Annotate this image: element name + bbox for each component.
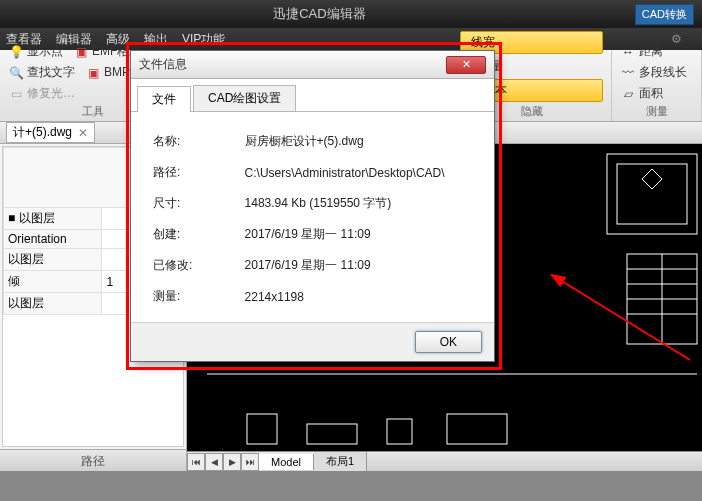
emf-icon: ▣ [73,44,89,60]
tab-last-icon[interactable]: ⏭ [241,453,259,471]
document-name: 计+(5).dwg [13,124,72,141]
tab-next-icon[interactable]: ▶ [223,453,241,471]
bmp-icon: ▣ [85,65,101,81]
row-measure: 测量:2214x1198 [149,281,476,312]
svg-rect-10 [307,424,357,444]
dialog-close-button[interactable]: ✕ [446,56,486,74]
area-icon: ▱ [620,86,636,102]
ok-button[interactable]: OK [415,331,482,353]
statusbar [0,471,702,501]
find-text-button[interactable]: 🔍查找文字 [8,64,75,81]
distance-button[interactable]: ↔距离 [620,43,663,60]
document-tab[interactable]: 计+(5).dwg ✕ [6,122,95,143]
file-info-dialog: 文件信息 ✕ 文件 CAD绘图设置 名称:厨房橱柜设计+(5).dwg 路径:C… [130,50,495,362]
bulb-icon: 💡 [8,44,24,60]
polyline-button[interactable]: 〰多段线长 [620,64,687,81]
tab-prev-icon[interactable]: ◀ [205,453,223,471]
close-icon[interactable]: ✕ [78,126,88,140]
polyline-icon: 〰 [620,65,636,81]
svg-rect-0 [607,154,697,234]
svg-rect-12 [447,414,507,444]
distance-icon: ↔ [620,44,636,60]
canvas-tabs: ⏮ ◀ ▶ ⏭ Model 布局1 [187,451,702,471]
tab-file[interactable]: 文件 [137,86,191,112]
group-measure-label: 测量 [620,104,693,119]
titlebar: 迅捷CAD编辑器 CAD转换 [0,0,702,28]
row-size: 尺寸:1483.94 Kb (1519550 字节) [149,188,476,219]
row-created: 创建:2017/6/19 星期一 11:09 [149,219,476,250]
app-title: 迅捷CAD编辑器 [273,5,365,23]
row-path: 路径:C:\Users\Administrator\Desktop\CAD\ [149,157,476,188]
dialog-title: 文件信息 [139,56,446,73]
svg-rect-9 [247,414,277,444]
panel-footer: 路径 [0,449,186,471]
menu-vip[interactable]: VIP功能 [182,31,225,48]
search-icon: 🔍 [8,65,24,81]
show-points-button[interactable]: 💡显示点 [8,43,63,60]
tab-cad-settings[interactable]: CAD绘图设置 [193,85,296,111]
svg-rect-1 [617,164,687,224]
fix-button: ▭修复光… [8,85,75,102]
tab-first-icon[interactable]: ⏮ [187,453,205,471]
tab-layout1[interactable]: 布局1 [314,452,367,471]
row-modified: 已修改:2017/6/19 星期一 11:09 [149,250,476,281]
area-button[interactable]: ▱面积 [620,85,663,102]
row-name: 名称:厨房橱柜设计+(5).dwg [149,126,476,157]
fix-icon: ▭ [8,86,24,102]
svg-rect-11 [387,419,412,444]
tab-model[interactable]: Model [259,454,314,470]
cad-convert-button[interactable]: CAD转换 [635,4,694,25]
